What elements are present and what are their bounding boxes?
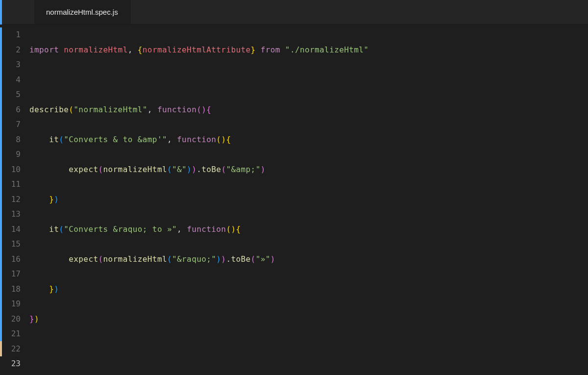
modification-bar	[0, 27, 2, 341]
code-line[interactable]: expect(normalizeHtml("&raquo;")).toBe("»…	[29, 252, 571, 267]
code-line[interactable]: it("Converts & to &amp'", function(){	[29, 132, 571, 148]
code-line[interactable]: expect(normalizeHtml("&")).toBe("&amp;")	[29, 162, 571, 177]
file-tab[interactable]: normalizeHtml.spec.js	[34, 0, 131, 24]
modification-bar-changed	[0, 341, 2, 356]
code-line[interactable]: import normalizeHtml, {normalizeHtmlAttr…	[29, 43, 571, 58]
tab-title: normalizeHtml.spec.js	[46, 8, 118, 16]
tab-bar: normalizeHtml.spec.js	[0, 0, 588, 25]
code-line[interactable]: })	[29, 282, 571, 297]
code-line[interactable]: describe("normalizeHtmlAttribute", funct…	[29, 372, 571, 375]
editor-body: 1 2 3 4 5 6 7 8 9 10 11 12 13 14 15 16 1…	[0, 25, 588, 375]
code-line[interactable]: describe("normalizeHtml", function(){	[29, 102, 571, 118]
code-line[interactable]	[29, 73, 571, 88]
tab-active-indicator	[0, 0, 2, 25]
code-line[interactable]	[29, 342, 571, 357]
code-line[interactable]: })	[29, 192, 571, 207]
code-line[interactable]: it("Converts &raquo; to »", function(){	[29, 222, 571, 237]
minimap[interactable]	[571, 25, 581, 375]
code-area[interactable]: import normalizeHtml, {normalizeHtmlAttr…	[29, 25, 571, 375]
line-number-gutter: 1 2 3 4 5 6 7 8 9 10 11 12 13 14 15 16 1…	[0, 25, 29, 375]
code-line[interactable]: })	[29, 312, 571, 327]
vertical-scrollbar[interactable]	[581, 25, 588, 375]
editor-window: normalizeHtml.spec.js 1 2 3 4 5 6 7 8 9 …	[0, 0, 588, 375]
